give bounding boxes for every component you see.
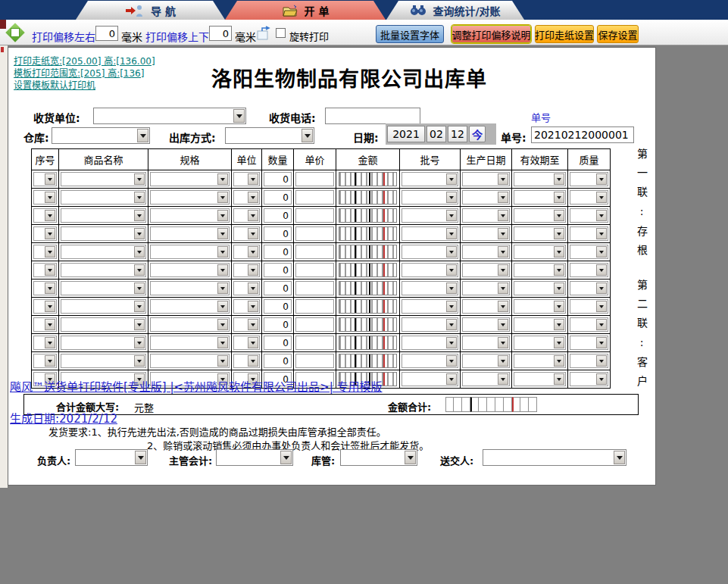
batch-select[interactable]	[401, 172, 458, 186]
mfg-date-select[interactable]	[462, 190, 510, 205]
expiry-select[interactable]	[514, 190, 566, 205]
seq-select[interactable]	[33, 317, 57, 332]
qty-input[interactable]: 0	[264, 299, 292, 314]
chevron-down-icon[interactable]	[45, 173, 55, 185]
offset-ud-input[interactable]	[209, 26, 232, 41]
chevron-down-icon[interactable]	[596, 301, 607, 312]
price-input[interactable]	[295, 354, 334, 368]
chevron-down-icon[interactable]	[217, 246, 228, 258]
brand-software-link[interactable]: 飚风™送货单打印软件[专业版] |<苏州飚风软件有限公司出品>| 专用模版	[10, 378, 383, 394]
spec-select[interactable]	[150, 245, 230, 259]
chevron-down-icon[interactable]	[446, 173, 457, 185]
product-select[interactable]	[61, 245, 146, 259]
mfg-date-select[interactable]	[462, 226, 510, 241]
chevron-down-icon[interactable]	[554, 210, 564, 221]
chevron-down-icon[interactable]	[217, 192, 228, 203]
quality-select[interactable]	[570, 263, 608, 277]
chevron-down-icon[interactable]	[217, 264, 228, 276]
price-input[interactable]	[295, 245, 334, 259]
accountant-select[interactable]	[216, 449, 293, 466]
chevron-down-icon[interactable]	[45, 283, 55, 294]
chevron-down-icon[interactable]	[554, 264, 564, 276]
chevron-down-icon[interactable]	[554, 246, 564, 258]
spec-select[interactable]	[150, 299, 230, 314]
batch-select[interactable]	[401, 299, 458, 314]
quality-select[interactable]	[570, 172, 608, 186]
product-select[interactable]	[61, 263, 146, 277]
expiry-select[interactable]	[514, 336, 566, 350]
chevron-down-icon[interactable]	[596, 246, 607, 258]
chevron-down-icon[interactable]	[302, 129, 313, 142]
chevron-down-icon[interactable]	[45, 210, 55, 221]
mfg-date-select[interactable]	[462, 336, 510, 350]
spec-select[interactable]	[150, 336, 230, 350]
seq-select[interactable]	[33, 354, 57, 368]
chevron-down-icon[interactable]	[596, 355, 607, 367]
batch-font-button[interactable]: 批量设置字体	[376, 25, 444, 43]
quality-select[interactable]	[570, 245, 608, 259]
unit-select[interactable]	[233, 172, 260, 186]
chevron-down-icon[interactable]	[45, 246, 55, 258]
expiry-select[interactable]	[514, 172, 566, 186]
chevron-down-icon[interactable]	[134, 337, 145, 348]
batch-select[interactable]	[401, 245, 458, 259]
manager-select[interactable]	[75, 449, 148, 466]
date-month-button[interactable]: 02	[426, 126, 446, 142]
date-year-button[interactable]: 2021	[387, 126, 425, 142]
price-input[interactable]	[295, 317, 334, 332]
chevron-down-icon[interactable]	[446, 283, 457, 294]
spec-select[interactable]	[150, 281, 230, 295]
quality-select[interactable]	[570, 336, 608, 350]
seq-select[interactable]	[33, 190, 57, 205]
chevron-down-icon[interactable]	[45, 337, 55, 348]
chevron-down-icon[interactable]	[248, 264, 258, 276]
chevron-down-icon[interactable]	[446, 210, 457, 221]
chevron-down-icon[interactable]	[446, 319, 457, 330]
mfg-date-select[interactable]	[462, 299, 510, 314]
chevron-down-icon[interactable]	[596, 228, 607, 239]
price-input[interactable]	[295, 190, 334, 205]
mfg-date-select[interactable]	[462, 354, 510, 368]
chevron-down-icon[interactable]	[45, 301, 55, 312]
chevron-down-icon[interactable]	[217, 301, 228, 312]
mfg-date-select[interactable]	[462, 172, 510, 186]
expiry-select[interactable]	[514, 245, 566, 259]
chevron-down-icon[interactable]	[248, 319, 258, 330]
seq-select[interactable]	[33, 299, 57, 314]
price-input[interactable]	[295, 208, 334, 223]
order-no-input[interactable]	[531, 126, 634, 143]
quality-select[interactable]	[570, 190, 608, 205]
chevron-down-icon[interactable]	[554, 355, 564, 367]
chevron-down-icon[interactable]	[134, 355, 145, 367]
product-select[interactable]	[61, 299, 146, 314]
chevron-down-icon[interactable]	[248, 283, 258, 294]
adjust-offset-help-button[interactable]: 调整打印偏移说明	[451, 25, 531, 43]
seq-select[interactable]	[33, 245, 57, 259]
chevron-down-icon[interactable]	[614, 451, 625, 464]
chevron-down-icon[interactable]	[554, 283, 564, 294]
chevron-down-icon[interactable]	[446, 228, 457, 239]
seq-select[interactable]	[33, 336, 57, 350]
batch-select[interactable]	[401, 317, 458, 332]
unit-select[interactable]	[233, 263, 260, 277]
chevron-down-icon[interactable]	[446, 355, 457, 367]
chevron-down-icon[interactable]	[134, 301, 145, 312]
unit-select[interactable]	[233, 226, 260, 241]
chevron-down-icon[interactable]	[134, 210, 145, 221]
quality-select[interactable]	[570, 208, 608, 223]
spec-select[interactable]	[150, 263, 230, 277]
product-select[interactable]	[61, 208, 146, 223]
chevron-down-icon[interactable]	[134, 283, 145, 294]
chevron-down-icon[interactable]	[217, 283, 228, 294]
save-settings-button[interactable]: 保存设置	[597, 25, 639, 43]
batch-select[interactable]	[401, 281, 458, 295]
chevron-down-icon[interactable]	[248, 192, 258, 203]
chevron-down-icon[interactable]	[134, 319, 145, 330]
mfg-date-select[interactable]	[462, 245, 510, 259]
product-select[interactable]	[61, 190, 146, 205]
price-input[interactable]	[295, 263, 334, 277]
batch-select[interactable]	[401, 372, 458, 386]
quality-select[interactable]	[570, 299, 608, 314]
chevron-down-icon[interactable]	[248, 337, 258, 348]
qty-input[interactable]: 0	[264, 208, 292, 223]
